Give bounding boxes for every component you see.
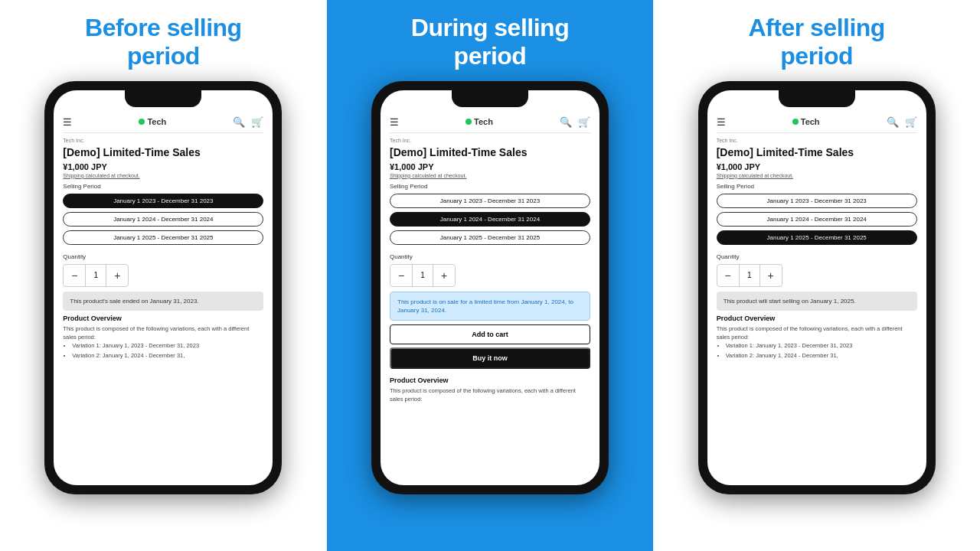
phone-screen-during: ☰ Tech 🔍 🛒 Tech Inc. [Demo] Limited-Time… [381, 90, 599, 485]
panel-during: During selling period ☰ Tech 🔍 🛒 [327, 0, 654, 551]
search-icon-after[interactable]: 🔍 [887, 116, 899, 128]
period-pill-during-2[interactable]: January 1 2025 - December 31 2025 [390, 230, 590, 245]
logo-dot-after [792, 119, 799, 125]
logo-dot-during [466, 119, 472, 125]
buy-now-button[interactable]: Buy it now [390, 347, 590, 369]
search-icon-during[interactable]: 🔍 [560, 116, 572, 128]
qty-minus-button[interactable]: − [64, 265, 85, 286]
breadcrumb-after: Tech Inc. [717, 138, 917, 143]
qty-plus-button-after[interactable]: + [760, 265, 782, 286]
logo-dot [139, 119, 145, 125]
menu-icon[interactable]: ☰ [63, 116, 72, 128]
nav-bar-after: ☰ Tech 🔍 🛒 [717, 113, 917, 133]
qty-minus-button-during[interactable]: − [390, 265, 412, 286]
variation-item-after-0: Variation 1: January 1, 2023 - December … [726, 341, 917, 350]
nav-icons-after: 🔍 🛒 [887, 116, 917, 128]
status-box-during: This product is on sale for a limited ti… [390, 292, 590, 321]
phone-notch-after [779, 90, 855, 107]
variation-item-after-1: Variation 2: January 1, 2024 - December … [726, 351, 917, 360]
cart-icon-during[interactable]: 🛒 [578, 116, 590, 128]
overview-title-during: Product Overview [390, 377, 590, 384]
product-title-after: [Demo] Limited-Time Sales [717, 145, 917, 159]
overview-text: This product is composed of the followin… [63, 324, 263, 360]
period-pill-after-2[interactable]: January 1 2025 - December 31 2025 [717, 230, 917, 245]
quantity-label-during: Quantity [390, 253, 590, 260]
variations-list-after: Variation 1: January 1, 2023 - December … [717, 341, 917, 360]
shipping-text: Shipping calculated at checkout. [63, 173, 263, 178]
menu-icon-after[interactable]: ☰ [717, 116, 726, 128]
nav-icons: 🔍 🛒 [233, 116, 263, 128]
overview-title-after: Product Overview [717, 315, 917, 322]
period-pill-2[interactable]: January 1 2025 - December 31 2025 [63, 230, 263, 245]
variation-item: Variation 2: January 1, 2024 - December … [72, 351, 263, 360]
phone-screen-before: ☰ Tech 🔍 🛒 Tech Inc. [Demo] Limited-Time… [54, 90, 273, 485]
shipping-link[interactable]: Shipping [63, 173, 83, 178]
qty-plus-button[interactable]: + [106, 265, 128, 286]
product-title: [Demo] Limited-Time Sales [63, 145, 263, 159]
variations-list: Variation 1: January 1, 2023 - December … [63, 341, 263, 360]
overview-text-after: This product is composed of the followin… [717, 324, 917, 360]
overview-title: Product Overview [63, 315, 263, 322]
product-price: ¥1,000 JPY [63, 162, 263, 171]
phone-notch-during [452, 90, 528, 107]
period-pill-1[interactable]: January 1 2024 - December 31 2024 [63, 212, 263, 227]
cart-icon-after[interactable]: 🛒 [905, 116, 917, 128]
menu-icon-during[interactable]: ☰ [390, 116, 399, 128]
breadcrumb-during: Tech Inc. [390, 138, 590, 143]
period-pill-during-0[interactable]: January 1 2023 - December 31 2023 [390, 194, 590, 208]
nav-icons-during: 🔍 🛒 [560, 116, 590, 128]
phone-screen-after: ☰ Tech 🔍 🛒 Tech Inc. [Demo] Limited-Time… [707, 90, 926, 485]
search-icon[interactable]: 🔍 [233, 116, 245, 128]
panel-before: Before selling period ☰ Tech 🔍 🛒 [0, 0, 327, 551]
selling-period-label: Selling Period [63, 183, 263, 190]
status-box-before: This product's sale ended on January 31,… [63, 292, 263, 311]
phone-notch [125, 90, 201, 107]
add-to-cart-button[interactable]: Add to cart [390, 324, 590, 344]
period-pill-during-1[interactable]: January 1 2024 - December 31 2024 [390, 212, 590, 227]
after-title: After selling period [748, 14, 884, 70]
qty-plus-button-during[interactable]: + [433, 265, 455, 286]
before-title: Before selling period [85, 14, 242, 70]
shipping-text-after: Shipping calculated at checkout. [717, 173, 917, 178]
period-pill-after-0[interactable]: January 1 2023 - December 31 2023 [717, 194, 917, 208]
quantity-label-after: Quantity [717, 253, 917, 260]
variation-item: Variation 1: January 1, 2023 - December … [72, 341, 263, 350]
during-title: During selling period [411, 14, 569, 70]
product-price-during: ¥1,000 JPY [390, 162, 590, 171]
qty-value-during: 1 [412, 265, 433, 286]
period-pill-0[interactable]: January 1 2023 - December 31 2023 [63, 194, 263, 208]
phone-during: ☰ Tech 🔍 🛒 Tech Inc. [Demo] Limited-Time… [371, 81, 609, 494]
quantity-section-after: Quantity − 1 + [717, 253, 917, 287]
quantity-label: Quantity [63, 253, 263, 260]
nav-bar: ☰ Tech 🔍 🛒 [63, 113, 263, 133]
quantity-section: Quantity − 1 + [63, 253, 263, 287]
qty-value: 1 [85, 265, 106, 286]
shipping-text-during: Shipping calculated at checkout. [390, 173, 590, 178]
quantity-row-during: − 1 + [390, 264, 456, 287]
logo-during: Tech [466, 117, 493, 126]
qty-minus-button-after[interactable]: − [717, 265, 739, 286]
cart-icon[interactable]: 🛒 [251, 116, 263, 128]
selling-period-label-during: Selling Period [390, 183, 590, 190]
logo-after: Tech [792, 117, 820, 126]
product-price-after: ¥1,000 JPY [717, 162, 917, 171]
overview-text-during: This product is composed of the followin… [390, 386, 590, 404]
shipping-link-during[interactable]: Shipping [390, 173, 410, 178]
shipping-link-after[interactable]: Shipping [717, 173, 737, 178]
breadcrumb: Tech Inc. [63, 138, 263, 143]
quantity-row: − 1 + [63, 264, 129, 287]
phone-before: ☰ Tech 🔍 🛒 Tech Inc. [Demo] Limited-Time… [44, 81, 282, 494]
selling-period-label-after: Selling Period [717, 183, 917, 190]
nav-bar-during: ☰ Tech 🔍 🛒 [390, 113, 590, 133]
period-pill-after-1[interactable]: January 1 2024 - December 31 2024 [717, 212, 917, 227]
status-box-after: This product will start selling on Janua… [717, 292, 917, 311]
panel-after: After selling period ☰ Tech 🔍 🛒 T [653, 0, 980, 551]
quantity-section-during: Quantity − 1 + [390, 253, 590, 287]
logo: Tech [139, 117, 166, 126]
phone-after: ☰ Tech 🔍 🛒 Tech Inc. [Demo] Limited-Time… [698, 81, 936, 494]
qty-value-after: 1 [739, 265, 760, 286]
quantity-row-after: − 1 + [717, 264, 782, 287]
product-title-during: [Demo] Limited-Time Sales [390, 145, 590, 159]
